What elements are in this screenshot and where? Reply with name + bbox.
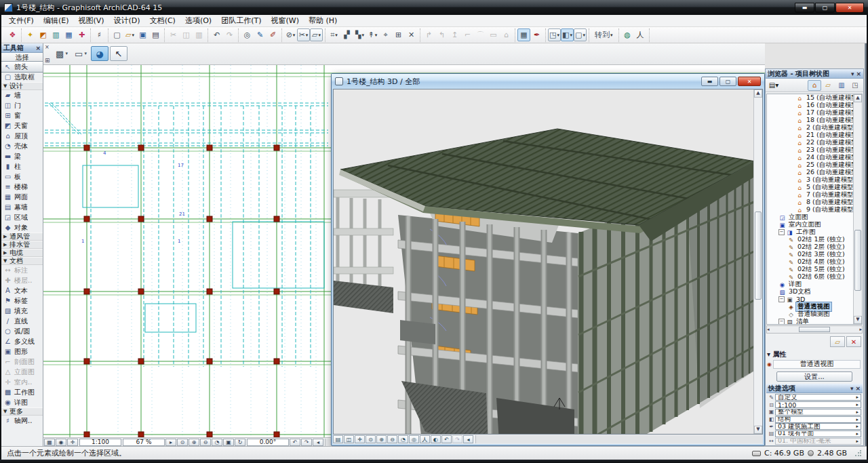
settings-button[interactable]: 设置...: [776, 371, 852, 382]
redo-icon[interactable]: ↷: [223, 28, 236, 41]
collapse-triangle-icon[interactable]: ▾: [767, 350, 770, 358]
tool-column[interactable]: ▮柱: [1, 161, 43, 172]
toolbox-group-more[interactable]: ▼更多: [1, 407, 43, 416]
menu-6[interactable]: 选项(O): [180, 15, 216, 26]
view-preset-icon[interactable]: ◧▾: [561, 28, 574, 41]
menu-8[interactable]: 视窗(W): [266, 15, 303, 26]
resize-icon[interactable]: ▭: [487, 28, 500, 41]
scale-field[interactable]: 1:100: [79, 439, 121, 446]
tool-slab[interactable]: ▭板: [1, 172, 43, 182]
menu-4[interactable]: 设计(D): [109, 15, 145, 26]
quick-option-row[interactable]: ↔01. 中国标注-毫米▸: [766, 437, 863, 445]
menu-3[interactable]: 视图(V): [73, 15, 108, 26]
tool-arc-circle[interactable]: ○弧/圆: [1, 326, 43, 336]
navigator-tab-project-map[interactable]: ⌂: [808, 80, 821, 91]
pan-icon[interactable]: ✛: [355, 435, 365, 443]
zoom-next-icon[interactable]: ↷: [301, 439, 312, 446]
close-button[interactable]: ✕: [835, 3, 864, 13]
quick-option-row[interactable]: ▤01 现有平面▸: [766, 430, 863, 438]
3d-minimize-button[interactable]: ▬: [701, 77, 718, 86]
3d-window[interactable]: 1号楼_结构 3D / 全部 ▬▢✕: [331, 73, 765, 446]
quick-option-value[interactable]: 01 现有平面▸: [775, 430, 861, 437]
zoom-out-icon[interactable]: ⊖: [200, 439, 211, 446]
cutting-planes-icon[interactable]: ✂▾: [297, 28, 310, 41]
tool-beam[interactable]: ▬梁: [1, 151, 43, 161]
quick-option-value[interactable]: 03 建筑施工图▸: [775, 423, 861, 430]
toolbox-header[interactable]: 工具箱 ×: [1, 43, 43, 53]
zoom-in-icon[interactable]: ⊕: [189, 439, 199, 446]
copy-icon[interactable]: ◫: [180, 28, 193, 41]
tool-roof[interactable]: ⌂屋顶: [1, 131, 43, 141]
tool-arrow[interactable]: ↖箭头: [1, 62, 43, 72]
rotation-angle-field[interactable]: 0.00°: [247, 439, 289, 446]
titlebar[interactable]: 1号楼_结构 - Graphisoft ArchiCAD-64 15 ▬▢✕: [0, 0, 868, 15]
favorites-toggle-icon[interactable]: ✚: [75, 28, 88, 41]
quick-option-value[interactable]: 整个模型▸: [775, 409, 861, 416]
3d-close-button[interactable]: ✕: [738, 77, 761, 86]
navigator-tab-view-map[interactable]: ▱: [821, 80, 835, 91]
fillet-icon[interactable]: ⌒: [474, 28, 487, 41]
3d-viewport[interactable]: ▲ ▼: [333, 89, 763, 435]
find-select-icon[interactable]: ◎: [241, 28, 254, 41]
explore-icon[interactable]: ◎: [409, 435, 419, 443]
menu-2[interactable]: 编辑(E): [39, 15, 74, 26]
preview-mode-icon[interactable]: ▦: [44, 439, 55, 446]
quick-option-row[interactable]: ✒03 建筑施工图▸: [766, 423, 863, 430]
marquee-settings-icon[interactable]: ▩▾: [53, 46, 71, 61]
new-folder-button[interactable]: ▱: [830, 336, 845, 347]
drag-icon[interactable]: ↱: [422, 28, 435, 41]
tool-skylight[interactable]: ◩天窗: [1, 121, 43, 131]
zoom-percent-field[interactable]: 67 %: [123, 439, 165, 446]
project-chooser-icon[interactable]: ▤▾: [767, 80, 781, 91]
elevate-icon[interactable]: ⌂: [500, 28, 513, 41]
quick-options-close-icon[interactable]: ×: [855, 385, 861, 392]
tool-door[interactable]: ◫门: [1, 100, 43, 110]
menu-1[interactable]: 文件(F): [4, 15, 39, 26]
rotate-icon[interactable]: ↰: [435, 28, 448, 41]
quick-option-value[interactable]: 1:100▸: [775, 401, 861, 408]
expander-icon[interactable]: −: [778, 296, 785, 302]
look-around-icon[interactable]: ◐: [431, 435, 441, 443]
walk-icon[interactable]: 人: [420, 435, 430, 443]
navigator-header[interactable]: 浏览器 - 项目树状图 ▾ ×: [766, 69, 863, 79]
tool-label[interactable]: ⚑标签: [1, 296, 43, 306]
teamwork-icon[interactable]: ◍: [621, 28, 634, 41]
quick-options-collapse-icon[interactable]: ▾: [850, 385, 854, 392]
new-file-icon[interactable]: ▢: [111, 28, 123, 41]
3d-horizontal-scrollbar[interactable]: [475, 435, 763, 443]
scroll-down-icon[interactable]: ▼: [754, 426, 762, 434]
tool-zone[interactable]: ◲区域: [1, 212, 43, 222]
tree-item[interactable]: ⌂9 (自动重建模型): [767, 206, 853, 214]
zoom-in-icon[interactable]: ⊕: [376, 435, 387, 443]
tree-item[interactable]: ✎02结 6层 (独立): [767, 273, 853, 281]
favorites-palette-icon[interactable]: ❖: [6, 28, 19, 41]
navigator-tab-publisher[interactable]: ◳: [848, 80, 862, 91]
tool-window[interactable]: ⊞窗: [1, 110, 43, 121]
mirror-icon[interactable]: ↥: [448, 28, 461, 41]
inject-parameters-icon[interactable]: ✐: [267, 28, 279, 41]
tree-hscroll-thumb[interactable]: [799, 327, 830, 332]
virtual-trace-icon[interactable]: ▱▾: [310, 28, 323, 41]
suspend-groups-icon[interactable]: ⊘▾: [284, 28, 297, 41]
orbit-icon[interactable]: ◔: [212, 439, 222, 446]
pan-mode-icon[interactable]: ✛: [67, 439, 78, 446]
tool-text[interactable]: A文本: [1, 285, 43, 296]
quick-option-row[interactable]: ⊟1:100▸: [766, 401, 863, 409]
tool-wall[interactable]: ▰墙: [1, 90, 43, 100]
scroll-left-icon[interactable]: ◂: [463, 435, 473, 443]
zoom-range-icon[interactable]: ⊙: [366, 435, 376, 443]
tool-grid-element[interactable]: ♯轴网..: [1, 416, 43, 426]
tool-detail[interactable]: ◉详图: [1, 397, 43, 407]
tool-stair[interactable]: ≡楼梯: [1, 182, 43, 192]
cut-icon[interactable]: ✂: [167, 28, 180, 41]
tool-worksheet[interactable]: ▩工作图: [1, 387, 43, 397]
zoom-preset-icon[interactable]: ◳▾: [548, 28, 561, 41]
fit-in-window-icon[interactable]: ▤: [333, 435, 343, 443]
toolbox-toggle-icon[interactable]: ✦: [24, 28, 37, 41]
3d-vertical-scrollbar[interactable]: ▲ ▼: [753, 89, 762, 434]
menu-5[interactable]: 文档(C): [145, 15, 180, 26]
3d-restore-button[interactable]: ▢: [719, 77, 736, 86]
quick-option-value[interactable]: 自定义▸: [775, 394, 861, 401]
properties-section-header[interactable]: ▾ 属性: [767, 350, 787, 359]
guide-options-icon[interactable]: ▚▾: [353, 28, 366, 41]
